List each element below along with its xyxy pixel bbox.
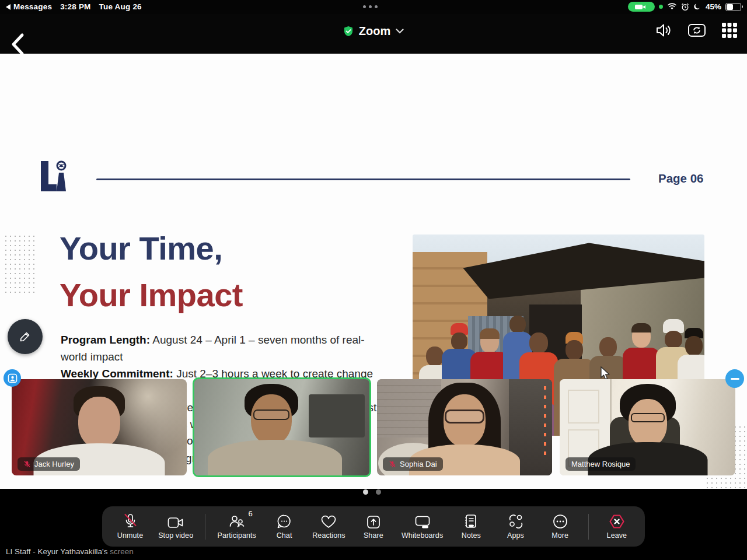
back-triangle-icon (6, 4, 11, 10)
share-screen-icon (366, 515, 381, 529)
camera-in-use-indicator (628, 2, 655, 12)
apps-grid-button[interactable] (721, 22, 738, 38)
occluded-text-fragment: o (187, 435, 193, 447)
date-label: Tue Aug 26 (99, 2, 142, 11)
more-button[interactable]: More (544, 513, 577, 540)
slide-header-rule (96, 178, 630, 180)
video-tile-matthew-rosique[interactable]: Matthew Rosique (560, 379, 735, 475)
decorative-dot-grid-left (4, 234, 36, 296)
apps-button[interactable]: Apps (500, 513, 532, 540)
chevron-down-icon (396, 29, 404, 34)
screen-share-status-label: LI Staff - Keyur Yathavakilla's screen (6, 547, 134, 556)
zoom-apps-icon (508, 514, 523, 529)
meeting-title-label: Zoom (359, 24, 390, 38)
zoom-nav-bar: Zoom (0, 14, 747, 54)
battery-icon (725, 3, 741, 11)
slide-title: Your Time, Your Impact (60, 225, 243, 318)
video-tile-sophia-dai[interactable]: Sophia Dai (377, 379, 552, 475)
background-tv (309, 394, 365, 438)
nametag-jack-hurley: Jack Hurley (18, 457, 80, 471)
chat-bubble-icon (277, 514, 292, 529)
stop-video-button[interactable]: Stop video (158, 513, 193, 540)
glasses (253, 410, 289, 420)
more-ellipsis-icon (553, 514, 568, 529)
leave-hexagon-x-icon (609, 514, 625, 529)
page-number-label: Page 06 (658, 172, 704, 186)
toolbar-divider (588, 514, 589, 540)
bullet-program-length: Program Length: August 24 – April 1 – se… (61, 331, 381, 365)
page-dot[interactable] (376, 489, 381, 495)
slide-title-line1: Your Time, (60, 225, 243, 272)
nametag-matthew-rosique: Matthew Rosique (566, 457, 636, 471)
leave-button[interactable]: Leave (601, 513, 633, 540)
clock-label: 3:28 PM (60, 2, 90, 11)
whiteboard-icon (414, 515, 431, 529)
nametag-sophia-dai: Sophia Dai (383, 457, 443, 471)
unmute-button[interactable]: Unmute (114, 513, 146, 540)
reactions-button[interactable]: Reactions (312, 513, 345, 540)
video-camera-icon (167, 516, 184, 529)
back-to-app-label: Messages (13, 2, 52, 11)
battery-percent-label: 45% (706, 2, 721, 11)
heart-icon (320, 514, 337, 529)
multitasking-dots-icon[interactable] (363, 5, 378, 8)
muted-mic-icon (23, 460, 31, 468)
muted-mic-icon (123, 513, 138, 529)
filmstrip-page-indicator (0, 489, 747, 506)
speaker-button[interactable] (655, 22, 672, 38)
participants-button[interactable]: 6 Participants (217, 513, 256, 540)
back-to-messages-button[interactable]: Messages (6, 2, 52, 11)
pencil-icon (18, 330, 32, 344)
notes-icon (464, 514, 478, 529)
alarm-icon (681, 3, 689, 11)
glasses (631, 413, 665, 422)
annotate-pencil-button[interactable] (8, 319, 43, 354)
page-dot-active[interactable] (363, 489, 368, 495)
mic-in-use-dot-icon (659, 5, 663, 9)
contact-card-icon (8, 373, 18, 383)
collapse-video-strip-button[interactable] (725, 369, 744, 388)
switch-camera-button[interactable] (687, 22, 706, 38)
meeting-toolbar: Unmute Stop video 6 Participants (102, 506, 645, 547)
security-shield-icon (343, 26, 354, 37)
participant-count-badge: 6 (248, 509, 252, 518)
do-not-disturb-moon-icon (693, 3, 701, 11)
muted-mic-icon (389, 460, 396, 468)
video-tile-kyle-yu-active-speaker[interactable]: Kyle Yu (193, 377, 371, 477)
toolbar-divider (205, 514, 205, 540)
glasses (445, 410, 484, 424)
chat-button[interactable]: Chat (268, 513, 301, 540)
slide-title-line2: Your Impact (60, 272, 243, 318)
video-tile-jack-hurley[interactable]: Jack Hurley (12, 379, 187, 475)
share-button[interactable]: Share (357, 513, 390, 540)
whiteboards-button[interactable]: Whiteboards (402, 513, 443, 540)
notes-button[interactable]: Notes (455, 513, 487, 540)
led-lights (544, 386, 546, 456)
ios-status-bar: Messages 3:28 PM Tue Aug 26 45% (0, 0, 747, 14)
wifi-icon (667, 3, 677, 10)
participants-icon (229, 514, 245, 529)
pinned-participant-button[interactable] (4, 369, 21, 387)
meeting-title-dropdown[interactable]: Zoom (0, 24, 747, 38)
li-organization-logo (40, 158, 69, 196)
